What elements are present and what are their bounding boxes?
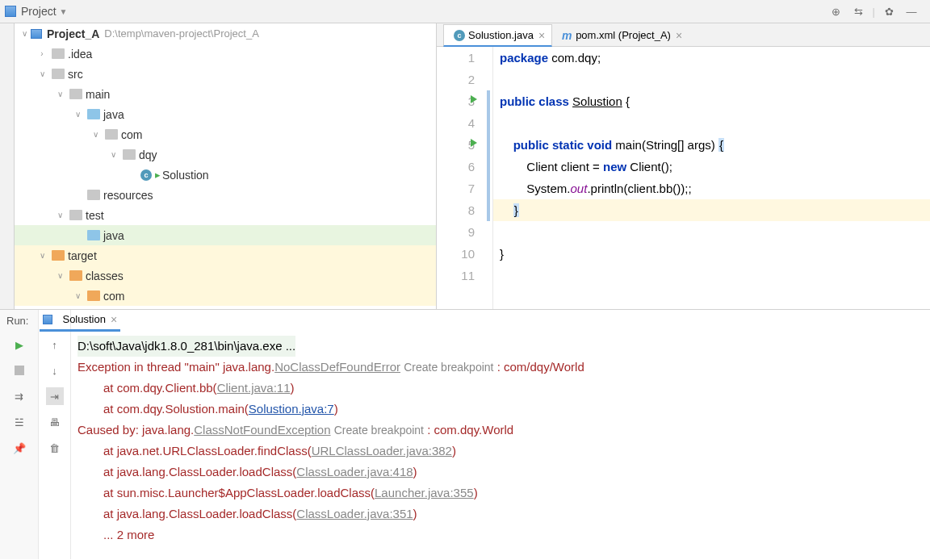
down-icon[interactable]: ↓ bbox=[46, 361, 64, 379]
console-line: at com.dqy.Solustion.main(Solustion.java… bbox=[78, 399, 924, 420]
code-editor[interactable]: 1234567891011 package com.dqy;public cla… bbox=[437, 47, 930, 309]
code-line[interactable] bbox=[493, 265, 930, 286]
close-icon[interactable]: × bbox=[676, 29, 682, 42]
console-line: at java.net.URLClassLoader.findClass(URL… bbox=[78, 441, 924, 462]
minimize-icon[interactable]: — bbox=[903, 2, 920, 20]
pin-icon[interactable]: 📌 bbox=[10, 439, 28, 457]
run-tab[interactable]: Solustion × bbox=[40, 309, 120, 332]
chevron-down-icon: ▼ bbox=[60, 7, 68, 16]
tab-label: Solustion.java bbox=[468, 29, 534, 41]
tree-item-.idea[interactable]: ›.idea bbox=[15, 44, 436, 64]
editor-tabs: c Solustion.java × m pom.xml (Project_A)… bbox=[437, 23, 930, 47]
toolbar-actions: ⊕ ⇆ | ✿ — bbox=[827, 2, 930, 20]
print-icon[interactable]: 🖶 bbox=[46, 413, 64, 431]
console-output[interactable]: D:\soft\Java\jdk1.8.0_281\bin\java.exe .… bbox=[71, 310, 930, 559]
code-line[interactable]: Client client = new Client(); bbox=[493, 156, 930, 178]
tree-item-src[interactable]: ∨src bbox=[15, 64, 436, 84]
main-split: ∨Project_AD:\temp\maven-project\Project_… bbox=[0, 23, 930, 309]
maven-icon: m bbox=[561, 30, 572, 41]
tree-item-solustion[interactable]: c▸Solustion bbox=[15, 165, 436, 185]
line-gutter: 1234567891011 bbox=[437, 47, 493, 309]
console-line: ... 2 more bbox=[78, 524, 924, 545]
code-line[interactable]: package com.dqy; bbox=[493, 47, 930, 69]
console-line: Exception in thread "main" java.lang.NoC… bbox=[78, 357, 924, 378]
tree-root[interactable]: ∨Project_AD:\temp\maven-project\Project_… bbox=[15, 23, 436, 44]
run-panel-header: Run: Solustion × bbox=[0, 309, 930, 332]
console-line: at com.dqy.Client.bb(Client.java:11) bbox=[78, 378, 924, 399]
layout-icon[interactable]: ⇉ bbox=[10, 387, 28, 405]
code-line[interactable] bbox=[493, 221, 930, 243]
run-panel-wrapper: Run: Solustion × ▶ ⇉ ☱ 📌 ↑ ↓ ⇥ 🖶 🗑 D:\so… bbox=[0, 309, 930, 559]
tree-item-java[interactable]: java bbox=[15, 225, 436, 245]
run-tab-name: Solustion bbox=[62, 313, 105, 325]
target-icon[interactable]: ⊕ bbox=[827, 2, 845, 20]
console-line: at sun.misc.Launcher$AppClassLoader.load… bbox=[78, 483, 924, 504]
project-toolbar: Project ▼ ⊕ ⇆ | ✿ — bbox=[0, 0, 930, 23]
tab-pom[interactable]: m pom.xml (Project_A) × bbox=[554, 23, 689, 46]
console-line: D:\soft\Java\jdk1.8.0_281\bin\java.exe .… bbox=[78, 336, 295, 357]
project-label: Project bbox=[21, 5, 57, 18]
code-line[interactable]: } bbox=[493, 199, 930, 221]
run-secondary-controls: ↑ ↓ ⇥ 🖶 🗑 bbox=[39, 310, 71, 559]
code-line[interactable] bbox=[493, 112, 930, 134]
left-gutter-bar bbox=[0, 23, 15, 309]
close-icon[interactable]: × bbox=[111, 313, 117, 326]
tree-item-dqy[interactable]: ∨dqy bbox=[15, 144, 436, 165]
project-selector[interactable]: Project ▼ bbox=[0, 5, 827, 18]
console-line: Caused by: java.lang.ClassNotFoundExcept… bbox=[78, 420, 924, 441]
trash-icon[interactable]: 🗑 bbox=[46, 439, 64, 457]
code-line[interactable]: System.out.println(client.bb());; bbox=[493, 178, 930, 199]
code-line[interactable]: } bbox=[493, 243, 930, 265]
console-line: at java.lang.ClassLoader.loadClass(Class… bbox=[78, 504, 924, 524]
close-icon[interactable]: × bbox=[538, 29, 545, 42]
tab-label: pom.xml (Project_A) bbox=[576, 29, 671, 41]
java-file-icon: c bbox=[454, 30, 465, 41]
editor-section: c Solustion.java × m pom.xml (Project_A)… bbox=[436, 23, 930, 309]
project-icon bbox=[5, 6, 16, 17]
project-tree[interactable]: ∨Project_AD:\temp\maven-project\Project_… bbox=[15, 23, 436, 309]
layout2-icon[interactable]: ☱ bbox=[10, 413, 28, 431]
tree-item-classes[interactable]: ∨classes bbox=[15, 265, 436, 286]
tab-solustion[interactable]: c Solustion.java × bbox=[443, 24, 552, 47]
tree-item-main[interactable]: ∨main bbox=[15, 84, 436, 104]
tree-item-java[interactable]: ∨java bbox=[15, 104, 436, 124]
tree-item-com[interactable]: ∨com bbox=[15, 124, 436, 144]
collapse-icon[interactable]: ⇆ bbox=[850, 2, 868, 20]
run-label: Run: bbox=[6, 315, 28, 327]
run-primary-controls: ▶ ⇉ ☱ 📌 bbox=[0, 310, 39, 559]
tree-item-com[interactable]: ∨com bbox=[15, 286, 436, 306]
code-line[interactable]: public static void main(String[] args) { bbox=[493, 134, 930, 156]
tree-item-resources[interactable]: resources bbox=[15, 185, 436, 205]
run-panel: ▶ ⇉ ☱ 📌 ↑ ↓ ⇥ 🖶 🗑 D:\soft\Java\jdk1.8.0_… bbox=[0, 309, 930, 559]
console-line: at java.lang.ClassLoader.loadClass(Class… bbox=[78, 462, 924, 483]
wrap-icon[interactable]: ⇥ bbox=[46, 387, 64, 405]
run-config-icon bbox=[43, 315, 52, 324]
up-icon[interactable]: ↑ bbox=[46, 336, 64, 353]
tree-item-test[interactable]: ∨test bbox=[15, 205, 436, 225]
gear-icon[interactable]: ✿ bbox=[880, 2, 898, 20]
rerun-icon[interactable]: ▶ bbox=[10, 336, 28, 353]
stop-icon[interactable] bbox=[10, 361, 28, 379]
code-line[interactable] bbox=[493, 69, 930, 90]
tree-item-target[interactable]: ∨target bbox=[15, 245, 436, 265]
code-area[interactable]: package com.dqy;public class Solustion {… bbox=[493, 47, 930, 309]
code-line[interactable]: public class Solustion { bbox=[493, 90, 930, 112]
